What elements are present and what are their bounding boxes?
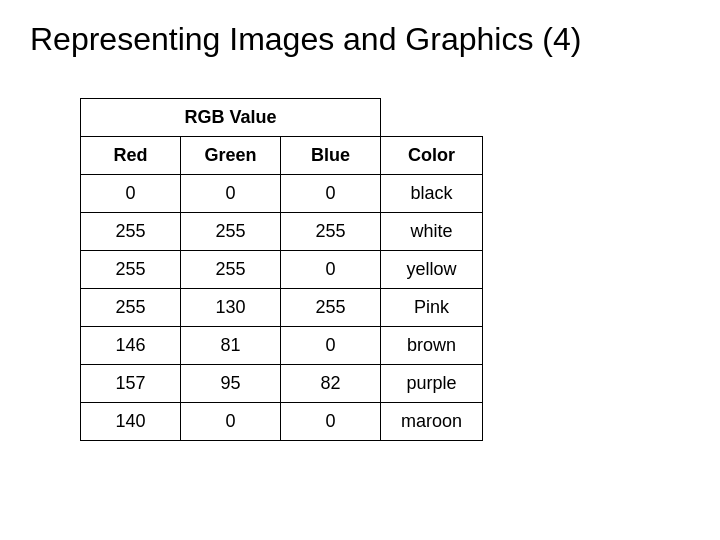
cell-color: yellow: [381, 251, 483, 289]
cell-green: 255: [181, 251, 281, 289]
cell-color: Pink: [381, 289, 483, 327]
cell-red: 255: [81, 251, 181, 289]
table-row: 255130255Pink: [81, 289, 483, 327]
cell-red: 146: [81, 327, 181, 365]
cell-blue: 255: [281, 289, 381, 327]
table-row: 000black: [81, 175, 483, 213]
col-green: Green: [181, 137, 281, 175]
table-row: 146810brown: [81, 327, 483, 365]
cell-red: 0: [81, 175, 181, 213]
table-row: 14000maroon: [81, 403, 483, 441]
cell-green: 0: [181, 403, 281, 441]
cell-red: 140: [81, 403, 181, 441]
table-row: 1579582purple: [81, 365, 483, 403]
col-red: Red: [81, 137, 181, 175]
rgb-table: RGB Value Red Green Blue Color 000black2…: [80, 98, 483, 441]
cell-color: black: [381, 175, 483, 213]
cell-green: 130: [181, 289, 281, 327]
cell-blue: 255: [281, 213, 381, 251]
cell-blue: 0: [281, 175, 381, 213]
cell-color: maroon: [381, 403, 483, 441]
cell-green: 81: [181, 327, 281, 365]
cell-blue: 0: [281, 251, 381, 289]
cell-blue: 82: [281, 365, 381, 403]
cell-blue: 0: [281, 403, 381, 441]
page-title: Representing Images and Graphics (4): [30, 20, 581, 58]
cell-green: 0: [181, 175, 281, 213]
cell-color: brown: [381, 327, 483, 365]
column-headers: Red Green Blue Color: [81, 137, 483, 175]
col-color: Color: [381, 137, 483, 175]
col-blue: Blue: [281, 137, 381, 175]
cell-green: 95: [181, 365, 281, 403]
cell-green: 255: [181, 213, 281, 251]
rgb-value-header: RGB Value: [81, 99, 381, 137]
table-container: RGB Value Red Green Blue Color 000black2…: [80, 98, 483, 441]
color-header-spacer: [381, 99, 483, 137]
cell-blue: 0: [281, 327, 381, 365]
cell-red: 157: [81, 365, 181, 403]
cell-red: 255: [81, 289, 181, 327]
page: Representing Images and Graphics (4) RGB…: [0, 0, 720, 540]
cell-color: white: [381, 213, 483, 251]
table-row: 255255255white: [81, 213, 483, 251]
cell-red: 255: [81, 213, 181, 251]
cell-color: purple: [381, 365, 483, 403]
table-row: 2552550yellow: [81, 251, 483, 289]
